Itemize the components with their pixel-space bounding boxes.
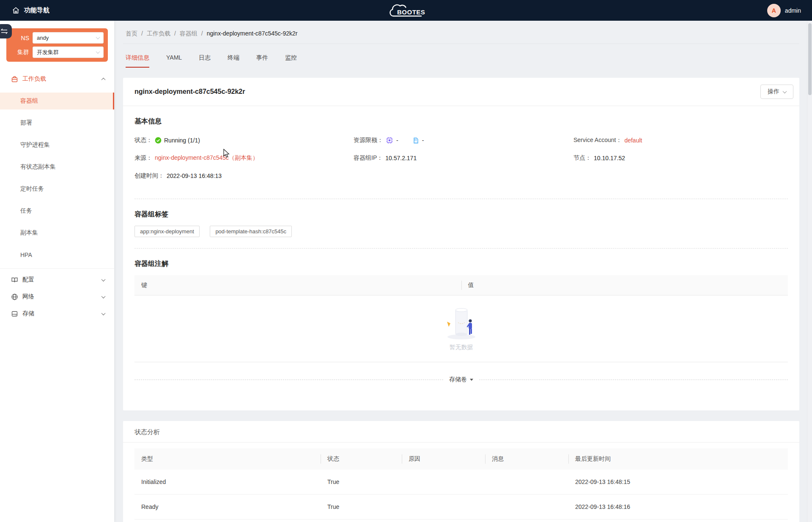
sidebar-item-deployments[interactable]: 部署 (0, 115, 114, 131)
book-icon (11, 276, 18, 284)
sidebar-item-pods[interactable]: 容器组 (0, 93, 114, 109)
sidebar-item-label: 副本集 (20, 229, 38, 237)
sidebar-item-replicasets[interactable]: 副本集 (0, 224, 114, 241)
swap-arrows-icon (1, 28, 8, 34)
breadcrumb-workload[interactable]: 工作负载 (147, 30, 170, 38)
user-menu[interactable]: A admin (767, 0, 801, 21)
column-message: 消息 (485, 455, 568, 463)
label-tag: app:nginx-deployment (134, 226, 200, 237)
namespace-panel: NS andy 集群 开发集群 (6, 28, 108, 62)
table-row: Initialized True 2022-09-13 16:48:15 (134, 470, 788, 495)
chevron-up-icon (102, 77, 106, 82)
node-label: 节点： (573, 154, 591, 162)
page-scrollbar[interactable] (807, 21, 812, 522)
empty-state-illustration (442, 306, 481, 340)
action-button-label: 操作 (768, 88, 779, 96)
sidebar-item-daemonsets[interactable]: 守护进程集 (0, 137, 114, 153)
created-value: 2022-09-13 16:48:13 (167, 172, 222, 179)
chevron-down-icon (102, 294, 106, 298)
tab-events[interactable]: 事件 (256, 54, 268, 68)
table-row: Ready True 2022-09-13 16:48:16 (134, 495, 788, 519)
tab-monitor[interactable]: 监控 (285, 54, 297, 68)
sidebar-item-label: HPA (20, 251, 32, 258)
sidebar-group-network[interactable]: 网络 (0, 288, 114, 305)
pod-labels-tags: app:nginx-deployment pod-template-hash:c… (134, 226, 788, 237)
cell-updated: 2022-09-13 16:48:15 (568, 478, 788, 485)
created-label: 创建时间： (134, 172, 164, 180)
breadcrumb-separator: / (174, 30, 176, 38)
tab-details[interactable]: 详细信息 (126, 54, 149, 68)
pod-title-row: nginx-deployment-c87c545c-92k2r 操作 (123, 78, 799, 106)
service-account-label: Service Account： (573, 137, 622, 144)
pod-annotations-heading: 容器组注解 (134, 260, 788, 268)
empty-state-text: 暂无数据 (450, 344, 473, 351)
cluster-select[interactable]: 开发集群 (33, 46, 104, 58)
volumes-toggle[interactable]: 存储卷 (449, 376, 473, 383)
sidebar-item-jobs[interactable]: 任务 (0, 202, 114, 219)
action-dropdown-button[interactable]: 操作 (760, 85, 793, 99)
namespace-select[interactable]: andy (33, 32, 104, 44)
sidebar-group-workload[interactable]: 工作负载 (0, 71, 114, 87)
dashed-line (134, 380, 443, 380)
scrollbar-thumb[interactable] (808, 23, 812, 95)
annotations-table-header: 键 值 (134, 275, 788, 295)
pod-ip-field: 容器组IP： 10.57.2.171 (354, 154, 573, 162)
memory-icon (412, 137, 419, 144)
cluster-select-value: 开发集群 (37, 49, 59, 56)
sidebar-item-label: 有状态副本集 (20, 163, 56, 171)
quota-mem-value: - (422, 137, 424, 144)
sidebar-group-label: 网络 (22, 293, 34, 301)
globe-icon (11, 293, 18, 301)
breadcrumb-pods[interactable]: 容器组 (180, 30, 198, 38)
namespace-select-value: andy (37, 35, 49, 41)
nav-home[interactable]: 功能导航 (12, 0, 49, 21)
node-field: 节点： 10.10.17.52 (573, 154, 788, 162)
workload-submenu: 容器组 部署 守护进程集 有状态副本集 定时任务 任务 副本集 HPA (0, 93, 114, 263)
top-header: 功能导航 BOOTES A admin (0, 0, 812, 21)
chevron-down-icon (102, 311, 106, 315)
tab-terminal[interactable]: 终端 (228, 54, 239, 68)
quota-label: 资源限额： (354, 137, 383, 144)
section-divider (134, 248, 788, 249)
status-analysis-card: 状态分析 类型 状态 原因 消息 最后更新时间 Initialized True… (123, 421, 799, 522)
tab-yaml[interactable]: YAML (166, 54, 182, 68)
quota-cpu-value: - (396, 137, 398, 144)
cell-type: Initialized (134, 478, 321, 485)
sidebar-item-statefulsets[interactable]: 有状态副本集 (0, 159, 114, 175)
cell-status: True (321, 478, 402, 485)
volumes-toggle-label: 存储卷 (449, 376, 467, 383)
service-account-field: Service Account： default (573, 136, 788, 145)
sidebar-item-hpa[interactable]: HPA (0, 246, 114, 263)
tab-logs[interactable]: 日志 (199, 54, 211, 68)
breadcrumb-separator: / (201, 30, 203, 38)
created-field: 创建时间： 2022-09-13 16:48:13 (134, 172, 354, 180)
bootes-logo: BOOTES (387, 2, 425, 19)
workload-icon (11, 76, 18, 83)
breadcrumb-separator: / (141, 30, 143, 38)
cpu-icon (386, 137, 393, 144)
annotations-empty-state: 暂无数据 (134, 295, 788, 362)
section-divider (134, 199, 788, 199)
breadcrumb-home[interactable]: 首页 (126, 30, 137, 38)
sidebar-item-cronjobs[interactable]: 定时任务 (0, 180, 114, 197)
annotations-key-column: 键 (134, 281, 461, 289)
avatar: A (767, 4, 781, 17)
status-label: 状态： (134, 137, 152, 144)
nav-home-label: 功能导航 (24, 6, 49, 14)
column-type: 类型 (134, 455, 321, 463)
storage-icon (11, 310, 18, 317)
source-label: 来源： (134, 154, 152, 162)
username: admin (785, 7, 801, 14)
annotations-value-column: 值 (461, 281, 788, 289)
check-circle-icon (155, 137, 162, 144)
source-link[interactable]: nginx-deployment-c87c545c（副本集） (155, 154, 258, 162)
basic-info-heading: 基本信息 (134, 117, 788, 126)
chevron-down-icon (783, 89, 787, 93)
volumes-toggle-row: 存储卷 (134, 376, 788, 383)
sidebar-collapse-button[interactable] (0, 24, 12, 38)
service-account-link[interactable]: default (624, 137, 642, 144)
sidebar-group-config[interactable]: 配置 (0, 271, 114, 288)
breadcrumb-current: nginx-deployment-c87c545c-92k2r (207, 30, 298, 38)
sidebar-group-storage[interactable]: 存储 (0, 305, 114, 322)
svg-text:BOOTES: BOOTES (397, 8, 425, 16)
